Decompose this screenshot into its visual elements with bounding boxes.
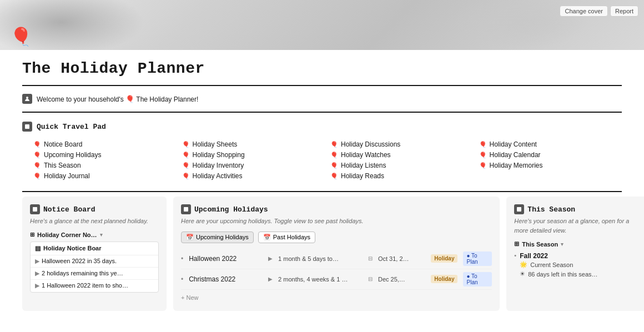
notice-board-panel-icon (30, 204, 40, 214)
nav-item-upcoming-holidays[interactable]: 🎈 Upcoming Holidays (33, 151, 177, 159)
bullet-icon: 🎈 (479, 162, 487, 169)
upcoming-holidays-header: Upcoming Holidays (181, 204, 492, 214)
h-name[interactable]: Christmas 2022 (189, 275, 263, 283)
db-label[interactable]: ⊞ Holiday Corner No… ▾ (30, 232, 159, 238)
this-season-panel-icon (514, 204, 524, 214)
upcoming-holidays-panel: Upcoming Holidays Here are your upcoming… (173, 197, 500, 311)
notice-board-panel: Notice Board Here's a glance at the next… (22, 197, 167, 311)
this-season-desc: Here's your season at a glance, open for… (514, 217, 643, 235)
nav-item-holiday-shopping[interactable]: 🎈 Holiday Shopping (182, 151, 325, 159)
quick-travel-icon (22, 122, 32, 132)
calendar-icon-past: 📅 (263, 234, 271, 241)
bullet-icon: 🎈 (330, 162, 338, 169)
season-days: 86 days left in this seas… (528, 271, 597, 278)
bullet-icon: 🎈 (479, 152, 487, 159)
bullet-icon: 🎈 (33, 173, 41, 180)
welcome-section: Welcome to your household's 🎈 The Holida… (22, 88, 622, 109)
nav-item-holiday-discussions[interactable]: 🎈 Holiday Discussions (330, 140, 474, 148)
quick-travel-label: Quick Travel Pad (37, 123, 106, 131)
bottom-panels: Notice Board Here's a glance at the next… (22, 197, 622, 311)
nav-item-this-season[interactable]: 🎈 This Season (33, 162, 177, 169)
bullet-icon: 🎈 (182, 141, 190, 148)
bullet-icon: 🎈 (33, 141, 41, 148)
svg-rect-3 (184, 207, 188, 212)
welcome-icon (22, 94, 32, 104)
svg-rect-2 (33, 207, 37, 212)
bullet-icon: 🎈 (33, 152, 41, 159)
h-date: Oct 31, 2… (378, 255, 425, 262)
nav-item-holiday-journal[interactable]: 🎈 Holiday Journal (33, 172, 177, 180)
sun-icon: ☀ (520, 270, 525, 278)
add-new-button[interactable]: + New (181, 292, 492, 303)
nav-item-holiday-watches[interactable]: 🎈 Holiday Watches (330, 151, 474, 159)
nav-item-holiday-reads[interactable]: 🎈 Holiday Reads (330, 172, 474, 180)
svg-rect-4 (517, 207, 521, 212)
season-days-row: ☀ 86 days left in this seas… (520, 269, 597, 279)
caret-icon-season: ▾ (561, 242, 564, 247)
season-badge-row: 🌟 Current Season (520, 260, 597, 269)
h-status: ● To Plan (463, 251, 492, 266)
title-divider (22, 85, 622, 86)
h-name[interactable]: Halloween 2022 (189, 255, 263, 263)
bullet-icon: 🎈 (330, 152, 338, 159)
nav-item-holiday-memories[interactable]: 🎈 Holiday Memories (479, 162, 622, 169)
upcoming-holidays-desc: Here are your upcoming holidays. Toggle … (181, 217, 492, 226)
tabs-row: 📅 Upcoming Holidays 📅 Past Holidays (181, 232, 492, 243)
season-name[interactable]: Fall 2022 (520, 252, 597, 260)
bullet-icon: 🎈 (330, 141, 338, 148)
bullet-icon: 🎈 (182, 173, 190, 180)
notice-board-header: Notice Board (30, 204, 159, 214)
row-bullet: ▶ (35, 257, 39, 265)
bullet-icon: 🎈 (182, 162, 190, 169)
nav-item-notice-board[interactable]: 🎈 Notice Board (33, 140, 177, 148)
h-tag-holiday: Holiday (431, 254, 457, 263)
caret-icon: ▾ (100, 232, 103, 238)
welcome-text: Welcome to your household's 🎈 The Holida… (37, 95, 198, 103)
welcome-divider (22, 112, 622, 113)
h-arrow: ▶ (268, 255, 273, 261)
bullet-icon: 🎈 (479, 141, 487, 148)
nav-item-holiday-calendar[interactable]: 🎈 Holiday Calendar (479, 151, 622, 159)
calendar-icon: 📅 (186, 234, 194, 241)
this-season-header: This Season (514, 204, 643, 214)
balloon-icon: 🎈 (10, 26, 32, 47)
h-date-icon: ⊟ (368, 276, 373, 282)
notice-board-sub-table: ▤ Holiday Notice Boar ▶ Halloween 2022 i… (30, 242, 159, 293)
notice-board-title: Notice Board (43, 205, 95, 214)
svg-rect-1 (25, 124, 29, 129)
change-cover-button[interactable]: Change cover (560, 6, 608, 17)
tab-upcoming[interactable]: 📅 Upcoming Holidays (181, 232, 254, 243)
nav-item-holiday-activities[interactable]: 🎈 Holiday Activities (182, 172, 325, 180)
row-bullet: ▶ (35, 269, 39, 278)
cover-area: Change cover Report 🎈 (0, 0, 644, 50)
this-season-panel: This Season Here's your season at a glan… (506, 197, 644, 311)
bullet-icon: 🎈 (33, 162, 41, 169)
h-arrow: ▶ (268, 276, 273, 282)
season-sub-label[interactable]: ⊞ This Season ▾ (514, 240, 643, 248)
nav-item-holiday-inventory[interactable]: 🎈 Holiday Inventory (182, 162, 325, 169)
h-status: ● To Plan (463, 272, 492, 286)
star-icon: 🌟 (520, 261, 527, 268)
nav-item-holiday-listens[interactable]: 🎈 Holiday Listens (330, 162, 474, 169)
tab-past[interactable]: 📅 Past Holidays (258, 232, 315, 243)
nav-col-3: 🎈 Holiday Discussions 🎈 Holiday Watches … (330, 140, 474, 180)
notice-board-desc: Here's a glance at the next planned holi… (30, 217, 159, 226)
season-bullet: • (514, 252, 516, 259)
h-date-icon: ⊟ (368, 255, 373, 261)
table-row: ▶ Halloween 2022 in 35 days. (31, 255, 158, 268)
h-bullet: • (181, 275, 183, 283)
report-button[interactable]: Report (610, 6, 638, 17)
quick-travel-section: Quick Travel Pad (22, 115, 622, 136)
table-icon-season: ⊞ (514, 240, 519, 248)
h-duration: 1 month & 5 days to… (278, 255, 363, 262)
bullet-icon: 🎈 (182, 152, 190, 159)
nav-item-holiday-sheets[interactable]: 🎈 Holiday Sheets (182, 140, 325, 148)
row-bullet: ▶ (35, 281, 39, 290)
db-label-text: Holiday Corner No… (37, 232, 97, 238)
table-icon: ⊞ (30, 232, 34, 238)
nav-col-1: 🎈 Notice Board 🎈 Upcoming Holidays 🎈 Thi… (33, 140, 177, 180)
nav-item-holiday-content[interactable]: 🎈 Holiday Content (479, 140, 622, 148)
this-season-title: This Season (527, 205, 575, 214)
table-row: ▶ 1 Halloween 2022 item to sho… (31, 280, 158, 291)
page-content: The Holiday Planner Welcome to your hous… (0, 50, 644, 332)
